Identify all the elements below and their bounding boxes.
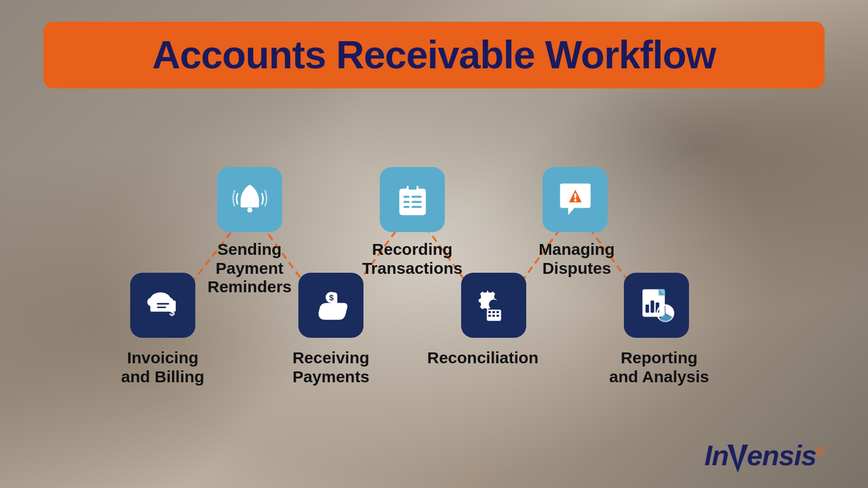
reconciliation-label: Reconciliation xyxy=(423,349,542,368)
svg-rect-18 xyxy=(403,206,409,208)
svg-point-30 xyxy=(574,199,577,202)
svg-rect-34 xyxy=(645,304,649,312)
svg-point-8 xyxy=(247,207,252,212)
reconciliation-icon-box xyxy=(461,273,526,338)
recording-label: Recording Transactions xyxy=(347,240,477,278)
workflow-area: $ Invoicing and Billing Se xyxy=(43,115,825,452)
hand-coin-icon: $ xyxy=(311,285,352,326)
gear-calculator-icon xyxy=(474,285,514,326)
svg-rect-15 xyxy=(411,196,422,198)
chat-warning-icon xyxy=(555,179,596,220)
svg-rect-33 xyxy=(659,289,665,295)
svg-rect-35 xyxy=(650,300,654,313)
svg-rect-5 xyxy=(157,306,166,308)
reporting-icon-box xyxy=(624,273,689,338)
svg-rect-17 xyxy=(411,201,422,203)
disputes-label: Managing Disputes xyxy=(514,240,639,278)
reminders-label: Sending Payment Reminders xyxy=(190,240,309,297)
svg-rect-16 xyxy=(403,201,409,203)
svg-text:$: $ xyxy=(169,306,175,318)
reminders-icon-box xyxy=(217,167,282,232)
recording-icon-box xyxy=(380,167,445,232)
title-banner: Accounts Receivable Workflow xyxy=(43,22,825,88)
cloud-invoice-icon: $ xyxy=(143,285,183,326)
invensis-logo: In ensis® xyxy=(705,439,825,472)
svg-rect-25 xyxy=(488,314,491,317)
svg-rect-14 xyxy=(403,196,409,198)
svg-rect-23 xyxy=(492,311,495,313)
svg-point-20 xyxy=(489,299,499,310)
svg-rect-19 xyxy=(411,206,422,208)
bell-icon xyxy=(229,179,270,220)
disputes-icon-box xyxy=(542,167,608,232)
svg-rect-13 xyxy=(409,184,417,189)
svg-marker-38 xyxy=(727,445,748,473)
svg-rect-7 xyxy=(240,205,259,208)
invoicing-label: Invoicing and Billing xyxy=(98,349,228,386)
logo-text: In ensis® xyxy=(705,439,825,472)
reporting-label: Reporting and Analysis xyxy=(591,349,727,386)
main-content: Accounts Receivable Workflow $ xyxy=(0,0,868,488)
svg-rect-26 xyxy=(492,314,495,317)
svg-rect-27 xyxy=(496,314,499,317)
invoicing-icon-box: $ xyxy=(130,273,195,338)
page-title: Accounts Receivable Workflow xyxy=(76,34,792,76)
svg-text:$: $ xyxy=(329,293,334,302)
svg-rect-4 xyxy=(157,303,169,305)
report-chart-icon xyxy=(636,285,677,326)
svg-rect-24 xyxy=(496,311,499,313)
clipboard-icon xyxy=(392,179,433,220)
logo-v-icon xyxy=(727,445,748,473)
receiving-label: Receiving Payments xyxy=(271,349,391,386)
svg-rect-22 xyxy=(488,311,491,313)
receiving-icon-box: $ xyxy=(298,273,363,338)
svg-rect-29 xyxy=(574,193,576,198)
